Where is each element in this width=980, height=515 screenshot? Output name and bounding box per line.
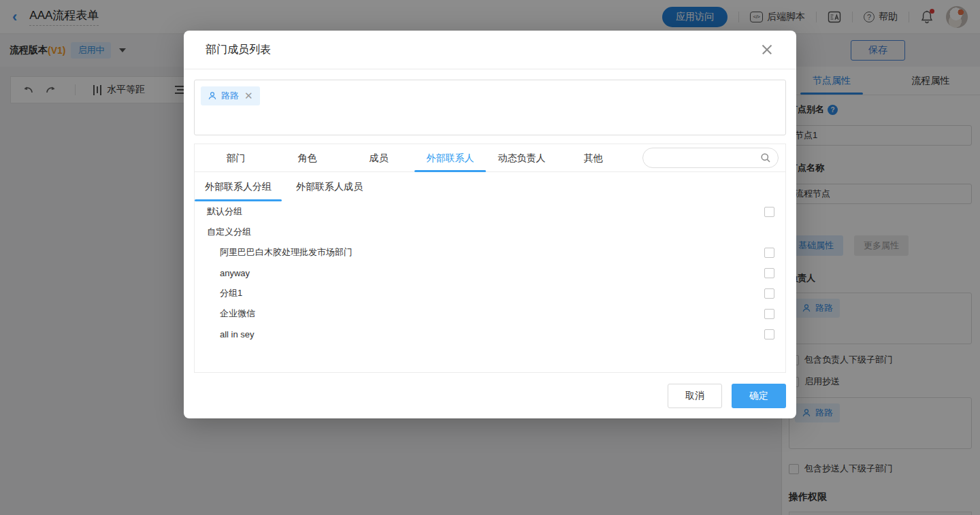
search-input[interactable]	[642, 148, 779, 168]
list-item[interactable]: 默认分组	[195, 201, 785, 222]
list-item-checkbox[interactable]	[764, 309, 774, 319]
tab-dynamic-owner[interactable]: 动态负责人	[486, 144, 557, 171]
list-item[interactable]: 阿里巴巴白木胶处理批发市场部门	[195, 242, 785, 263]
tab-department[interactable]: 部门	[200, 144, 272, 171]
list-item-label: 默认分组	[207, 205, 242, 218]
app-page: ‹ AAA流程表单 应用访问 </> 后端脚本 ? 帮助	[0, 0, 980, 515]
group-list: 默认分组 自定义分组 阿里巴巴白木胶处理批发市场部门 anyway 分组1	[194, 201, 786, 373]
confirm-button[interactable]: 确定	[732, 384, 786, 408]
picker-subtabs: 外部联系人分组 外部联系人成员	[195, 172, 785, 201]
remove-icon[interactable]: ✕	[244, 90, 253, 102]
picker-tabs: 部门 角色 成员 外部联系人 动态负责人 其他	[195, 144, 785, 172]
list-item-checkbox[interactable]	[764, 248, 774, 258]
list-item[interactable]: 企业微信	[195, 303, 785, 324]
selected-chip-label: 路路	[221, 90, 239, 102]
list-item-checkbox[interactable]	[764, 268, 774, 278]
picker-tabs-area: 部门 角色 成员 外部联系人 动态负责人 其他 外部联系人分组	[194, 144, 786, 201]
subtab-contact-members[interactable]: 外部联系人成员	[286, 172, 373, 201]
cancel-button[interactable]: 取消	[668, 384, 722, 408]
selected-members-box[interactable]: 路路 ✕	[194, 80, 786, 135]
close-icon[interactable]	[760, 42, 774, 57]
list-item[interactable]: 分组1	[195, 283, 785, 303]
member-picker-dialog: 部门成员列表 路路 ✕ 部门 角色 成员 外部联系人	[184, 31, 796, 418]
list-item-checkbox[interactable]	[764, 288, 774, 299]
list-item[interactable]: 自定义分组	[195, 222, 785, 242]
list-item-checkbox[interactable]	[764, 207, 774, 217]
list-item-label: all in sey	[220, 329, 255, 339]
tab-external-contacts[interactable]: 外部联系人	[414, 144, 486, 171]
list-item[interactable]: all in sey	[195, 324, 785, 344]
list-item-checkbox[interactable]	[764, 329, 774, 339]
search-box	[642, 148, 779, 168]
tab-role[interactable]: 角色	[272, 144, 343, 171]
dialog-footer: 取消 确定	[194, 373, 786, 408]
list-item-label: 企业微信	[220, 308, 255, 320]
dialog-header: 部门成员列表	[184, 31, 796, 69]
tab-member[interactable]: 成员	[343, 144, 414, 171]
subtab-contact-groups[interactable]: 外部联系人分组	[195, 172, 282, 201]
list-item-label: 分组1	[220, 287, 242, 299]
user-icon	[208, 91, 217, 101]
list-item-label: 自定义分组	[207, 226, 251, 238]
search-icon	[760, 152, 771, 163]
list-item-label: anyway	[220, 268, 250, 278]
selected-chip[interactable]: 路路 ✕	[201, 86, 260, 105]
list-item-label: 阿里巴巴白木胶处理批发市场部门	[220, 246, 353, 259]
tab-other[interactable]: 其他	[557, 144, 629, 171]
dialog-title: 部门成员列表	[206, 43, 271, 57]
list-item[interactable]: anyway	[195, 263, 785, 283]
